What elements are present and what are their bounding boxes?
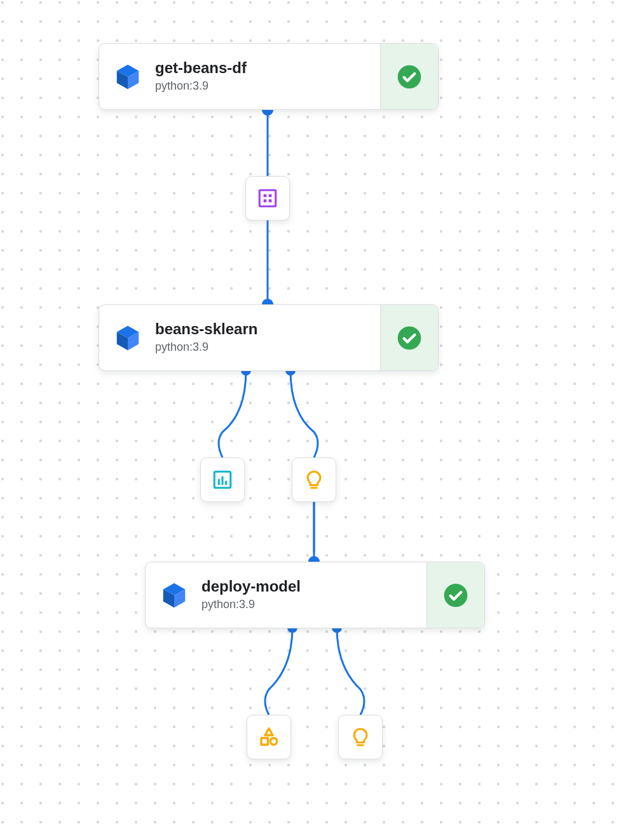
node-subtitle: python:3.9 [155,79,380,93]
dataset-icon [257,187,278,209]
background-grid [0,0,628,840]
node-subtitle: python:3.9 [155,340,380,355]
node-icon-slot [146,562,200,628]
node-status [380,305,438,370]
shapes-icon [257,726,280,749]
cube-icon [113,62,142,91]
node-icon-slot [99,44,154,109]
success-check-icon [397,64,422,90]
svg-rect-13 [259,190,276,207]
svg-point-26 [270,738,277,745]
svg-point-18 [398,326,421,349]
node-status [380,44,438,109]
artifact-endpoint[interactable] [247,715,291,759]
success-check-icon [443,583,468,608]
artifact-dataset[interactable] [245,176,290,220]
svg-rect-25 [261,738,268,745]
node-title: beans-sklearn [155,320,380,339]
model-bulb-icon [303,469,325,491]
cube-icon [160,581,189,610]
pipeline-node-beans-sklearn[interactable]: beans-sklearn python:3.9 [99,304,439,371]
artifact-metrics[interactable] [200,457,245,502]
svg-rect-17 [269,200,272,203]
svg-point-24 [444,583,468,607]
svg-rect-1 [0,0,628,840]
node-status [427,562,484,628]
svg-rect-15 [269,194,272,198]
cube-icon [113,323,142,353]
pipeline-edges [0,0,628,840]
artifact-model[interactable] [292,457,336,502]
svg-point-12 [398,65,421,88]
pipeline-canvas[interactable]: get-beans-df python:3.9 beans-sklearn py… [0,0,628,840]
node-icon-slot [99,305,154,370]
node-text: get-beans-df python:3.9 [154,44,380,109]
svg-rect-14 [264,194,267,198]
svg-rect-16 [264,200,267,203]
model-bulb-icon [350,726,371,748]
node-text: beans-sklearn python:3.9 [154,305,380,370]
metrics-icon [212,469,233,491]
node-title: deploy-model [201,578,427,596]
pipeline-node-deploy-model[interactable]: deploy-model python:3.9 [145,562,485,628]
artifact-model[interactable] [338,715,383,759]
node-subtitle: python:3.9 [201,597,427,612]
pipeline-node-get-beans-df[interactable]: get-beans-df python:3.9 [99,43,439,110]
success-check-icon [397,325,422,351]
node-title: get-beans-df [155,59,380,78]
node-text: deploy-model python:3.9 [200,562,427,628]
